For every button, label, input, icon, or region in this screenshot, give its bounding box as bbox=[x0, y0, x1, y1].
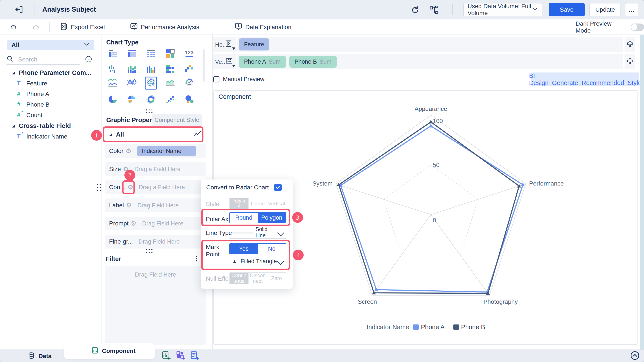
manual-preview-checkbox[interactable] bbox=[213, 76, 220, 82]
field-item[interactable]: #Phone A bbox=[0, 89, 102, 99]
chart-type-table-icon[interactable] bbox=[126, 48, 137, 59]
shelf-chip[interactable]: Phone ASum bbox=[239, 56, 286, 68]
drag-handle[interactable] bbox=[146, 109, 153, 114]
horizontal-shelf[interactable]: Ho... Feature bbox=[213, 37, 623, 52]
chart-type-donut-icon[interactable] bbox=[146, 94, 156, 105]
field-item[interactable]: TFeature bbox=[0, 78, 102, 89]
tab-component-active[interactable]: Component bbox=[64, 343, 155, 359]
tab-data[interactable]: Data bbox=[28, 352, 52, 360]
filter-menu-icon[interactable]: ⋮ bbox=[194, 255, 200, 262]
graphic-row-size[interactable]: Size⚙Drag a Field Here bbox=[106, 162, 206, 176]
panel-drag-handle[interactable] bbox=[97, 184, 102, 191]
segment-option[interactable]: No bbox=[258, 244, 286, 254]
more-button[interactable]: ... bbox=[625, 3, 638, 16]
segment-option[interactable]: Yes bbox=[230, 244, 258, 254]
tab-component-style[interactable]: Component Style bbox=[152, 114, 202, 126]
add-chart-component-icon[interactable] bbox=[162, 351, 171, 361]
axis-dropdown-triangle-icon[interactable] bbox=[232, 65, 236, 67]
chart-type-rose-pie-icon[interactable] bbox=[126, 94, 137, 105]
graphic-row-con[interactable]: Con...⚙Drag a Field Here bbox=[106, 180, 206, 194]
chart-type-indicator-123-icon[interactable]: 123 bbox=[184, 48, 194, 59]
chart-type-grouped-table-icon[interactable] bbox=[108, 48, 118, 59]
segment-option[interactable]: Round bbox=[230, 213, 258, 223]
graphic-row-label: Con... bbox=[109, 184, 125, 191]
ellipsis-circle-icon[interactable] bbox=[85, 55, 92, 64]
redo-icon[interactable] bbox=[32, 23, 40, 33]
search-input[interactable] bbox=[18, 56, 72, 63]
shelf-chip[interactable]: Phone BSum bbox=[290, 56, 337, 68]
gear-icon[interactable]: ⚙ bbox=[131, 220, 136, 227]
graphic-all-row[interactable]: All bbox=[106, 128, 206, 141]
segment-option[interactable]: Continuous bbox=[230, 273, 248, 284]
segment-option[interactable]: Polygon bbox=[258, 213, 286, 223]
performance-analysis-button[interactable]: Performance Analysis bbox=[130, 22, 199, 32]
data-explanation-button[interactable]: Data Explanation bbox=[234, 22, 291, 32]
convert-radar-checkbox[interactable] bbox=[274, 184, 282, 191]
chart-type-pie-icon[interactable] bbox=[108, 94, 118, 105]
add-dashboard-component-icon[interactable] bbox=[176, 351, 185, 361]
filter-drop-zone[interactable]: Drag Field Here bbox=[106, 266, 206, 345]
tree-section-1[interactable]: Cross-Table Field bbox=[0, 120, 102, 131]
dark-preview-toggle[interactable] bbox=[630, 23, 644, 31]
data-volume-dropdown[interactable]: Used Data Volume: Full Volume bbox=[463, 3, 542, 16]
segment-option[interactable]: Curve bbox=[248, 198, 267, 209]
graphic-row-finegr[interactable]: Fine-gr...Drag Field Here bbox=[106, 235, 206, 248]
drag-handle[interactable] bbox=[146, 249, 153, 253]
graphic-row-color[interactable]: Color⚙Indicator Name bbox=[106, 144, 206, 158]
divider bbox=[229, 238, 286, 239]
bi-design-style-button[interactable]: BI-Design_Generate_Recommended_Style bbox=[531, 72, 639, 86]
shelf-chip[interactable]: Feature bbox=[239, 38, 269, 50]
field-chip[interactable]: Indicator Name bbox=[137, 146, 196, 156]
gear-icon[interactable]: ⚙ bbox=[128, 184, 133, 190]
gear-icon[interactable]: ⚙ bbox=[126, 148, 132, 154]
field-item[interactable]: #*Count bbox=[0, 110, 102, 120]
horizontal-axis-icon bbox=[226, 40, 233, 48]
tree-section-0[interactable]: Phone Parameter Com... bbox=[0, 67, 102, 78]
graphic-row-prompt[interactable]: Prompt⚙Drag Field Here bbox=[106, 217, 206, 230]
chart-type-waterfall-icon[interactable] bbox=[184, 64, 194, 74]
marker-dropdown[interactable]: -▲- Filled Triangle bbox=[231, 258, 277, 265]
chart-type-column-icon[interactable] bbox=[146, 64, 156, 74]
segment-option[interactable]: Disconnect bbox=[248, 273, 267, 284]
table-selector-dropdown[interactable]: All bbox=[7, 40, 94, 50]
update-button[interactable]: Update bbox=[589, 3, 621, 16]
chart-type-bubble-icon[interactable] bbox=[184, 94, 194, 105]
chart-type-gauge-icon[interactable] bbox=[184, 77, 194, 88]
field-item[interactable]: T*Indicator Name bbox=[0, 131, 102, 142]
chart-type-kpi-card-icon[interactable] bbox=[165, 48, 175, 59]
undo-icon[interactable] bbox=[9, 23, 18, 33]
exit-icon[interactable] bbox=[14, 5, 24, 15]
divider bbox=[236, 54, 237, 69]
collapse-panel-icon[interactable] bbox=[630, 351, 640, 361]
chart-type-multi-line-icon[interactable] bbox=[108, 77, 118, 88]
chart-type-bar-icon[interactable] bbox=[165, 64, 175, 74]
chart-type-stacked-column-icon[interactable] bbox=[126, 64, 137, 74]
add-list-component-icon[interactable] bbox=[190, 351, 200, 361]
export-excel-button[interactable]: Export Excel bbox=[60, 22, 105, 32]
save-button[interactable]: Save bbox=[549, 3, 584, 16]
chevron-down-icon[interactable] bbox=[277, 229, 284, 236]
segment-option[interactable]: Zero bbox=[267, 273, 286, 284]
tab-graphic-property[interactable]: Graphic Property bbox=[106, 117, 158, 124]
convert-radar-label: Convert to Radar Chart bbox=[206, 184, 269, 191]
scrollbar[interactable] bbox=[202, 49, 205, 82]
segment-option[interactable]: Polyline bbox=[230, 198, 248, 209]
chart-type-area-icon[interactable] bbox=[165, 77, 175, 88]
divider bbox=[236, 37, 237, 52]
gear-icon[interactable]: ⚙ bbox=[126, 202, 132, 209]
horizontal-shelf-format-cell[interactable] bbox=[624, 37, 635, 52]
field-item[interactable]: #Phone B bbox=[0, 99, 102, 110]
vertical-shelf-format-cell[interactable] bbox=[624, 54, 635, 69]
chart-type-line-icon[interactable] bbox=[126, 77, 137, 88]
vertical-shelf[interactable]: Ve... Phone ASumPhone BSum bbox=[213, 54, 623, 69]
segment-option[interactable]: Vertical bbox=[267, 198, 286, 209]
flow-icon[interactable] bbox=[429, 5, 439, 15]
chart-type-scatter-icon[interactable] bbox=[165, 94, 175, 105]
chart-type-cross-table-icon[interactable] bbox=[146, 48, 156, 59]
chevron-down-icon[interactable] bbox=[277, 258, 284, 265]
chart-type-grouped-column-icon[interactable] bbox=[108, 64, 118, 74]
refresh-icon[interactable] bbox=[410, 5, 420, 15]
graphic-row-label[interactable]: Label⚙Drag Field Here bbox=[106, 198, 206, 212]
divider bbox=[102, 253, 213, 253]
axis-dropdown-triangle-icon[interactable] bbox=[232, 47, 236, 50]
